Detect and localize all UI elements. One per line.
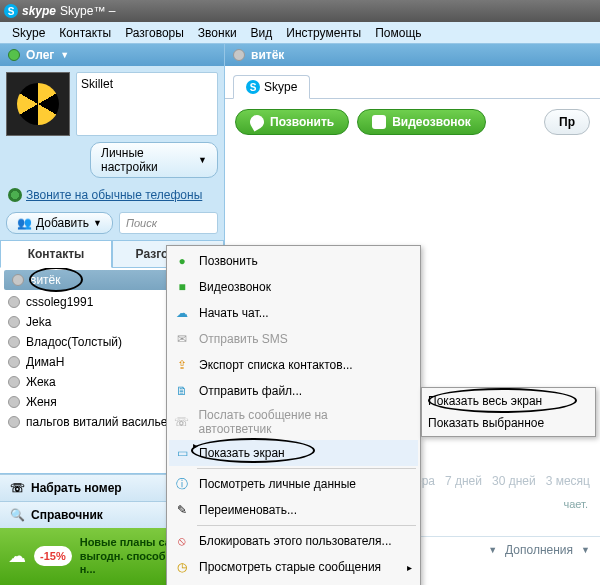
clock-icon: ◷	[173, 558, 191, 576]
title-app: skype	[22, 4, 56, 18]
title-caption: Skype™ –	[60, 4, 115, 18]
voicemail-icon: ☏	[173, 413, 190, 431]
search-icon: 🔍	[10, 508, 25, 522]
my-header[interactable]: Олег ▼	[0, 44, 224, 66]
contact-name: Владос(Толстый)	[26, 335, 122, 349]
menu-tools[interactable]: Инструменты	[280, 24, 367, 42]
block-icon: ⦸	[173, 532, 191, 550]
ctx-block[interactable]: ⦸Блокировать этого пользователя...	[169, 528, 418, 554]
status-icon	[8, 336, 20, 348]
promo-badge: -15%	[34, 546, 72, 566]
status-icon	[8, 356, 20, 368]
conversation-title: витёк	[251, 48, 284, 62]
add-contact-label: Добавить	[36, 216, 89, 230]
status-icon	[8, 416, 20, 428]
ctx-share-screen[interactable]: ▭Показать экран	[169, 440, 418, 466]
skype-logo-icon: S	[4, 4, 18, 18]
ctx-remove[interactable]: 🗑Удалить из списка контактов	[169, 580, 418, 585]
menu-bar: Skype Контакты Разговоры Звонки Вид Инст…	[0, 22, 600, 44]
menu-conversations[interactable]: Разговоры	[119, 24, 190, 42]
conversation-header: витёк	[225, 44, 600, 66]
add-contact-button[interactable]: 👥 Добавить ▼	[6, 212, 113, 234]
chat-icon: ☁	[173, 304, 191, 322]
sub-selection-label: Показать выбранное	[428, 416, 544, 430]
ctx-call[interactable]: ●Позвонить	[169, 248, 418, 274]
ctx-sms: ✉Отправить SMS	[169, 326, 418, 352]
sub-share-selection[interactable]: Показать выбранное	[424, 412, 593, 434]
separator	[197, 468, 416, 469]
share-screen-submenu: Показать весь экран Показать выбранное	[421, 387, 596, 437]
conv-tab-label: Skype	[264, 80, 297, 94]
timeline-3months[interactable]: 3 месяц	[546, 474, 590, 488]
chevron-down-icon[interactable]: ▼	[488, 545, 497, 555]
tab-contacts[interactable]: Контакты	[0, 240, 112, 268]
menu-calls[interactable]: Звонки	[192, 24, 243, 42]
video-call-button[interactable]: Видеозвонок	[357, 109, 486, 135]
my-name: Олег	[26, 48, 54, 62]
contact-name: cssoleg1991	[26, 295, 93, 309]
skype-icon: S	[246, 80, 260, 94]
cloud-icon: ☁	[8, 545, 26, 567]
timeline-30days[interactable]: 30 дней	[492, 474, 536, 488]
menu-contacts[interactable]: Контакты	[53, 24, 117, 42]
conversation-tab-skype[interactable]: S Skype	[233, 75, 310, 99]
addons-label[interactable]: Дополнения	[505, 543, 573, 557]
export-icon: ⇪	[173, 356, 191, 374]
ctx-rename[interactable]: ✎Переименовать...	[169, 497, 418, 523]
add-user-icon: 👥	[17, 216, 32, 230]
ctx-voicemail-label: Послать сообщение на автоответчик	[198, 408, 398, 436]
sms-icon: ✉	[173, 330, 191, 348]
ctx-oldmsg-label: Просмотреть старые сообщения	[199, 560, 381, 574]
my-status-icon	[8, 49, 20, 61]
chevron-down-icon[interactable]: ▼	[581, 545, 590, 555]
ctx-video-label: Видеозвонок	[199, 280, 271, 294]
status-icon	[8, 396, 20, 408]
profile-settings-label: Личные настройки	[101, 146, 194, 174]
ctx-chat[interactable]: ☁Начать чат...	[169, 300, 418, 326]
video-icon: ■	[173, 278, 191, 296]
ctx-profile[interactable]: ⓘПосмотреть личные данные	[169, 471, 418, 497]
ctx-video[interactable]: ■Видеозвонок	[169, 274, 418, 300]
video-icon	[372, 115, 386, 129]
call-phones-link[interactable]: Звоните на обычные телефоны	[0, 184, 224, 206]
profile-settings-button[interactable]: Личные настройки ▼	[90, 142, 218, 178]
info-icon: ⓘ	[173, 475, 191, 493]
search-input[interactable]: Поиск	[119, 212, 218, 234]
contact-name: пальгов виталий васильев	[26, 415, 174, 429]
status-fragment: чает.	[564, 498, 588, 510]
mood-input[interactable]: Skillet	[76, 72, 218, 136]
more-button[interactable]: Пр	[544, 109, 590, 135]
chevron-down-icon: ▼	[93, 218, 102, 228]
video-label: Видеозвонок	[392, 115, 471, 129]
dial-label: Набрать номер	[31, 481, 122, 495]
ctx-call-label: Позвонить	[199, 254, 258, 268]
ctx-voicemail: ☏Послать сообщение на автоответчик	[169, 404, 418, 440]
menu-skype[interactable]: Skype	[6, 24, 51, 42]
menu-help[interactable]: Помощь	[369, 24, 427, 42]
ctx-export[interactable]: ⇪Экспорт списка контактов...	[169, 352, 418, 378]
ctx-chat-label: Начать чат...	[199, 306, 269, 320]
file-icon: 🗎	[173, 382, 191, 400]
status-icon	[233, 49, 245, 61]
window-title-bar: S skype Skype™ –	[0, 0, 600, 22]
my-avatar[interactable]	[6, 72, 70, 136]
ctx-old-messages[interactable]: ◷Просмотреть старые сообщения	[169, 554, 418, 580]
timeline-7days[interactable]: 7 дней	[445, 474, 482, 488]
status-icon	[8, 376, 20, 388]
directory-label: Справочник	[31, 508, 103, 522]
menu-view[interactable]: Вид	[245, 24, 279, 42]
status-icon	[8, 296, 20, 308]
dialpad-icon: ☏	[10, 481, 25, 495]
contact-name: ДимаН	[26, 355, 64, 369]
ctx-share-label: Показать экран	[199, 446, 285, 460]
chevron-down-icon: ▼	[198, 155, 207, 165]
ctx-sendfile-label: Отправить файл...	[199, 384, 302, 398]
contact-name: Жека	[26, 375, 56, 389]
call-phones-label: Звоните на обычные телефоны	[26, 188, 202, 202]
separator	[197, 525, 416, 526]
chevron-down-icon: ▼	[60, 50, 69, 60]
sub-share-full[interactable]: Показать весь экран	[424, 390, 593, 412]
ctx-sendfile[interactable]: 🗎Отправить файл...	[169, 378, 418, 404]
contact-context-menu: ●Позвонить ■Видеозвонок ☁Начать чат... ✉…	[166, 245, 421, 585]
call-button[interactable]: Позвонить	[235, 109, 349, 135]
